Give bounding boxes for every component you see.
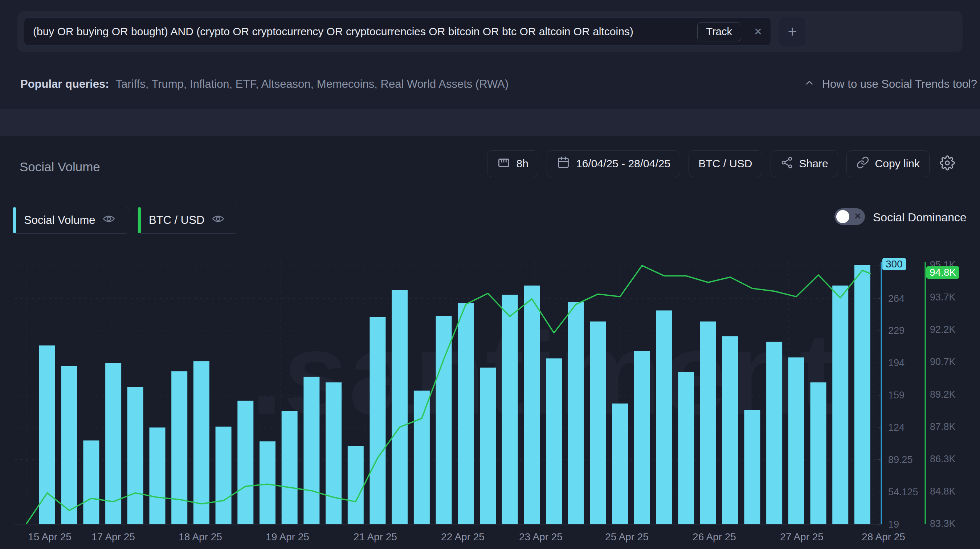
volume-axis-tick-label: 124 [888,422,905,433]
social-volume-bar[interactable] [568,302,584,524]
social-volume-bar[interactable] [678,372,694,524]
social-volume-bar[interactable] [370,317,386,524]
x-axis-label: 25 Apr 25 [605,531,649,543]
social-volume-bar[interactable] [590,322,606,524]
social-volume-bar[interactable] [216,427,232,524]
price-axis-tick-label: 89.2K [930,389,956,400]
social-volume-bar[interactable] [502,295,518,524]
social-volume-bar[interactable] [656,311,672,525]
volume-axis-tick-label: 264 [888,293,905,304]
volume-axis-tick-label: 19 [888,519,899,530]
social-volume-bar[interactable] [744,410,760,524]
price-axis-tick-label: 84.8K [930,486,956,497]
social-volume-bar[interactable] [854,265,870,524]
social-volume-bar[interactable] [326,382,342,524]
social-volume-bar[interactable] [150,427,165,524]
social-volume-bar[interactable] [282,411,298,525]
price-axis-tick-label: 87.8K [930,421,956,432]
price-axis-tick-label: 90.7K [930,356,956,367]
x-axis-label: 27 Apr 25 [780,531,824,543]
chart-canvas: 26422919415912489.2554.1251995.1K93.7K92… [0,0,980,549]
social-volume-bar[interactable] [788,357,804,524]
social-volume-bar[interactable] [612,403,628,524]
social-volume-bar[interactable] [391,290,407,524]
social-volume-bar[interactable] [83,441,99,524]
price-axis-tick-label: 86.3K [930,454,956,465]
price-axis-tick-label: 92.2K [930,324,956,335]
social-volume-bar[interactable] [634,351,650,524]
social-volume-bar[interactable] [810,382,826,524]
social-volume-bar[interactable] [127,387,143,524]
volume-current-badge: 300 [882,258,906,270]
price-axis-tick-label: 93.7K [930,292,956,303]
social-volume-bar[interactable] [171,371,187,524]
volume-axis-tick-label: 194 [888,357,905,368]
price-current-badge: 94.8K [926,267,959,279]
social-volume-bar[interactable] [259,441,275,524]
social-volume-bar[interactable] [766,342,782,524]
x-axis-label: 28 Apr 25 [862,531,905,543]
social-volume-bar[interactable] [832,286,848,524]
social-volume-bar[interactable] [722,336,738,524]
social-volume-bar[interactable] [237,401,253,525]
social-volume-bar[interactable] [61,366,77,524]
x-axis-label: 18 Apr 25 [178,531,222,543]
social-volume-bar[interactable] [700,322,716,524]
social-volume-bar[interactable] [414,391,430,524]
volume-axis-tick-label: 159 [888,390,905,401]
social-volume-bar[interactable] [524,286,540,524]
social-volume-bar[interactable] [480,368,496,524]
social-volume-bar[interactable] [458,303,474,524]
volume-axis-tick-label: 89.25 [888,454,913,465]
x-axis-label: 19 Apr 25 [266,531,309,543]
x-axis-label: 15 Apr 25 [28,531,72,543]
social-volume-bar[interactable] [348,446,364,524]
social-volume-bar[interactable] [194,361,210,524]
price-axis-tick-label: 83.3K [930,518,956,529]
social-volume-bar[interactable] [546,359,562,524]
x-axis-label: 22 Apr 25 [441,531,485,543]
x-axis-label: 26 Apr 25 [692,531,736,543]
social-volume-bar[interactable] [304,377,320,525]
x-axis-label: 17 Apr 25 [91,531,135,543]
volume-axis-tick-label: 54.125 [888,487,918,497]
social-trends-app: (buy OR buying OR bought) AND (crypto OR… [0,0,980,549]
x-axis-label: 23 Apr 25 [519,531,563,543]
social-volume-bar[interactable] [436,316,452,524]
volume-axis-tick-label: 229 [888,325,905,336]
x-axis-label: 21 Apr 25 [353,531,397,543]
